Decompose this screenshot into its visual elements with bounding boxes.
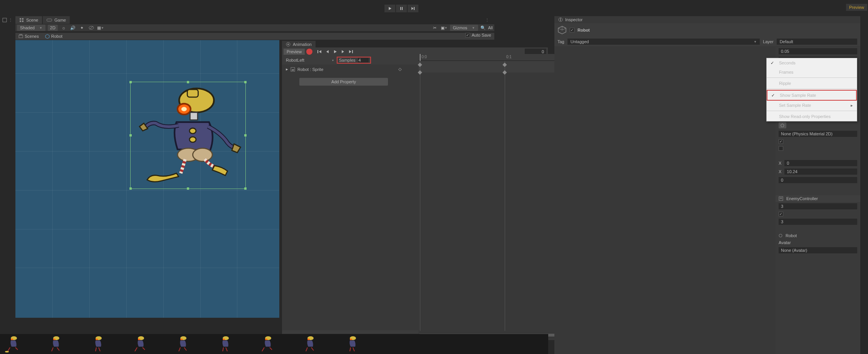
- script-icon: [779, 196, 783, 201]
- kebab-icon[interactable]: ⋮: [8, 18, 13, 23]
- samples-field[interactable]: 4: [358, 58, 369, 62]
- track-keyframe-icon[interactable]: ◇: [398, 67, 401, 72]
- physics-material-field[interactable]: None (Physics Material 2D): [779, 131, 857, 137]
- expand-icon[interactable]: ▸: [286, 67, 288, 72]
- sprite-thumbnail[interactable]: [217, 335, 233, 353]
- record-button[interactable]: [306, 49, 312, 55]
- chevron-down-icon: ▼: [39, 26, 42, 30]
- svg-marker-3: [411, 7, 413, 10]
- scene-icon: [19, 18, 24, 22]
- menu-frames[interactable]: Frames: [767, 67, 857, 77]
- edit-collider-button[interactable]: ⬠: [779, 122, 786, 128]
- sprite-thumbnail[interactable]: [5, 335, 21, 353]
- svg-point-55: [138, 339, 140, 340]
- sprite-selection-box[interactable]: [130, 82, 246, 189]
- step-button[interactable]: [408, 5, 418, 12]
- track-robot-sprite[interactable]: ▸ Robot : Sprite ◇: [282, 64, 405, 74]
- svg-marker-29: [326, 50, 329, 53]
- animation-icon: [286, 42, 290, 47]
- clip-dropdown[interactable]: RobotLeft: [284, 57, 307, 63]
- svg-marker-30: [334, 50, 337, 53]
- sprite-thumbnail[interactable]: [344, 335, 360, 353]
- scenes-icon: [18, 34, 23, 39]
- menu-ripple[interactable]: Ripple: [767, 79, 857, 88]
- anim-prev-button[interactable]: [324, 49, 331, 55]
- gizmos-dropdown[interactable]: Gizmos ▼: [450, 25, 478, 31]
- add-property-button[interactable]: Add Property: [299, 78, 388, 86]
- edge-radius-field[interactable]: 0: [779, 177, 857, 183]
- anim-last-button[interactable]: [347, 49, 354, 55]
- scene-tab[interactable]: Scene: [15, 16, 42, 24]
- value-field[interactable]: 0.05: [779, 48, 857, 54]
- svg-rect-2: [402, 7, 403, 10]
- svg-rect-37: [560, 19, 561, 21]
- search-all[interactable]: All: [488, 25, 493, 30]
- fx-toggle[interactable]: ✦: [79, 25, 86, 31]
- lighting-toggle[interactable]: ☼: [60, 25, 67, 31]
- svg-rect-7: [22, 18, 24, 20]
- anim-preview-button[interactable]: Preview: [284, 49, 305, 55]
- layer-dropdown[interactable]: Default: [777, 39, 857, 45]
- svg-point-48: [11, 339, 13, 340]
- sprite-thumbnail[interactable]: [132, 335, 148, 353]
- grid-dropdown[interactable]: ▦▼: [97, 25, 104, 31]
- pause-button[interactable]: [396, 5, 407, 12]
- chevron-down-icon: ▼: [472, 26, 475, 30]
- tools-icon[interactable]: ✂: [431, 25, 438, 31]
- sprite-thumbnail[interactable]: [174, 335, 190, 353]
- anim-play-button[interactable]: [332, 49, 339, 55]
- breadcrumb-scenes[interactable]: Scenes: [18, 34, 39, 39]
- svg-rect-27: [317, 50, 318, 53]
- panel-menu-icon[interactable]: ⋮: [485, 18, 490, 23]
- sprite-thumbnail[interactable]: [89, 335, 106, 353]
- svg-rect-14: [20, 34, 22, 35]
- anim-next-button[interactable]: [339, 49, 346, 55]
- auto-save-toggle[interactable]: Auto Save: [465, 33, 491, 37]
- is-trigger-checkbox[interactable]: [779, 139, 783, 144]
- preview-label[interactable]: Preview: [846, 4, 867, 11]
- play-button[interactable]: [384, 5, 395, 12]
- active-checkbox[interactable]: [570, 28, 574, 32]
- sprite-thumbnail[interactable]: [301, 335, 317, 353]
- chevron-down-icon: ▼: [754, 40, 757, 44]
- chevron-right-icon: ▸: [851, 103, 853, 108]
- shading-dropdown[interactable]: Shaded ▼: [17, 25, 45, 31]
- value-field[interactable]: 3: [779, 219, 857, 225]
- chevron-down-icon: ▾: [332, 59, 334, 62]
- menu-show-readonly[interactable]: Show Read-only Properties: [767, 112, 857, 121]
- size-x-field[interactable]: 10.24: [784, 169, 857, 175]
- camera-icon[interactable]: ▣▼: [441, 25, 448, 31]
- auto-save-checkbox[interactable]: [465, 33, 470, 37]
- hidden-toggle[interactable]: [88, 25, 95, 31]
- samples-box: Samples 4: [337, 57, 371, 64]
- breadcrumb-robot[interactable]: Robot: [45, 34, 62, 39]
- svg-rect-9: [22, 20, 24, 22]
- menu-show-sample-rate[interactable]: ✓ Show Sample Rate: [767, 90, 857, 101]
- value-field[interactable]: 3: [779, 203, 857, 209]
- left-panel-icon[interactable]: [2, 18, 7, 22]
- svg-rect-6: [20, 18, 21, 20]
- sprite-thumbnail[interactable]: [47, 335, 63, 353]
- used-by-effector-checkbox[interactable]: [779, 146, 783, 151]
- enemy-controller-label: EnemyController: [786, 196, 818, 201]
- svg-rect-33: [352, 50, 353, 53]
- game-tab[interactable]: Game: [43, 16, 70, 24]
- audio-toggle[interactable]: 🔊: [69, 25, 76, 31]
- robot-reference[interactable]: Robot: [786, 233, 797, 238]
- check-icon: ✓: [771, 61, 774, 66]
- menu-seconds[interactable]: ✓ Seconds: [767, 58, 857, 67]
- mode-2d-toggle[interactable]: 2D: [48, 25, 58, 31]
- object-name-field[interactable]: Robot: [578, 28, 857, 32]
- animation-tab[interactable]: Animation: [282, 41, 316, 48]
- scene-viewport[interactable]: [15, 40, 279, 318]
- sprite-thumbnail[interactable]: [259, 335, 275, 353]
- avatar-field[interactable]: None (Avatar): [779, 247, 857, 253]
- svg-marker-0: [389, 7, 391, 10]
- offset-x-field[interactable]: 0: [784, 160, 857, 166]
- anim-first-button[interactable]: [316, 49, 323, 55]
- tag-dropdown[interactable]: Untagged ▼: [567, 39, 760, 45]
- bool-checkbox[interactable]: [779, 212, 783, 216]
- menu-set-sample-rate[interactable]: Set Sample Rate ▸: [767, 101, 857, 110]
- inspector-tab[interactable]: Inspector: [554, 16, 586, 23]
- svg-point-57: [180, 339, 183, 340]
